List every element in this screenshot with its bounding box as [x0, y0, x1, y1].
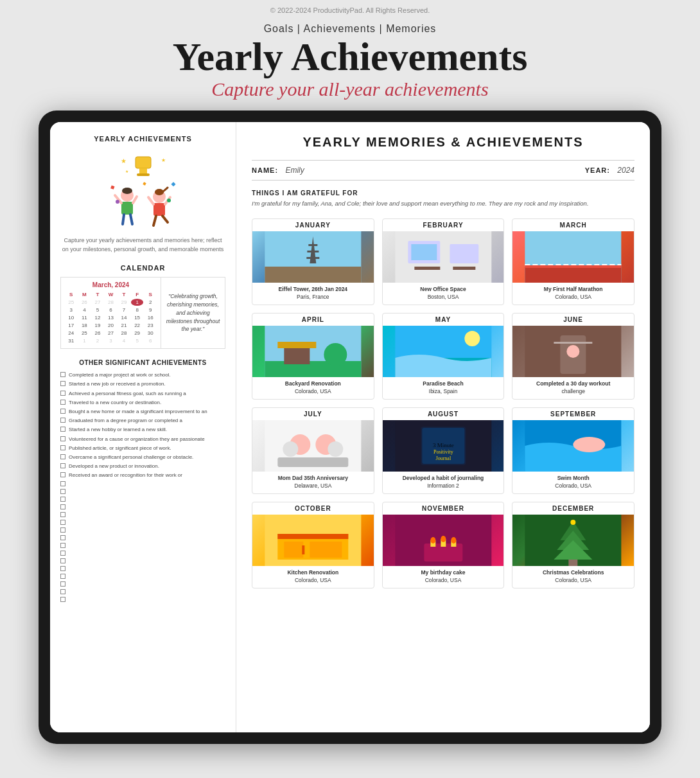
- empty-checkbox[interactable]: [60, 543, 66, 548]
- svg-rect-36: [414, 267, 440, 270]
- achievement-text: Received an award or recognition for the…: [69, 472, 182, 479]
- month-name: MAY: [383, 314, 504, 326]
- achievement-checkbox[interactable]: [60, 454, 66, 459]
- months-grid: JANUARY Eiffel Tower, 26th Jan 2024Paris…: [252, 218, 634, 588]
- month-caption-line1: Paradise Beach: [387, 380, 500, 388]
- cal-cell: 2: [91, 337, 104, 344]
- empty-checkbox[interactable]: [60, 551, 66, 556]
- cal-cell: 25: [78, 330, 91, 337]
- month-caption-line1: Backyard Renovation: [256, 380, 370, 388]
- empty-checkbox[interactable]: [60, 589, 66, 594]
- achievement-text: Started a new hobby or learned a new ski…: [69, 426, 167, 433]
- empty-checkbox[interactable]: [60, 558, 66, 563]
- empty-checkbox[interactable]: [60, 520, 66, 525]
- month-caption-line1: Mom Dad 35th Anniversary: [256, 475, 370, 482]
- month-card-november: NOVEMBER My birthday cakeColorado, USA: [382, 502, 505, 588]
- empty-checkbox[interactable]: [60, 489, 66, 494]
- svg-point-67: [573, 437, 606, 452]
- month-name: JULY: [252, 408, 374, 420]
- achievement-checkbox[interactable]: [60, 372, 66, 377]
- grateful-section: THINGS I AM GRATEFUL FOR I'm grateful fo…: [252, 190, 634, 208]
- achievement-checkbox[interactable]: [60, 409, 66, 414]
- empty-checkbox[interactable]: [60, 535, 66, 540]
- calendar-inner: March, 2024 S M T W T F S 25 26: [60, 277, 225, 349]
- cal-header-sat: S: [144, 291, 157, 298]
- cal-cell: 5: [131, 337, 144, 344]
- cal-cell: 19: [91, 322, 104, 329]
- achievement-checkbox[interactable]: [60, 391, 66, 396]
- empty-checkbox-row: [60, 596, 225, 602]
- header-section: Goals | Achievements | Memories Yearly A…: [173, 17, 528, 111]
- svg-rect-35: [450, 244, 478, 263]
- cal-cell: 1: [78, 337, 91, 344]
- achievement-checkbox[interactable]: [60, 400, 66, 405]
- tablet-screen: YEARLY ACHIEVEMENTS ★ ★ ★: [50, 122, 650, 732]
- svg-rect-43: [265, 361, 361, 377]
- left-panel: YEARLY ACHIEVEMENTS ★ ★ ★: [50, 122, 236, 732]
- empty-checkbox[interactable]: [60, 512, 66, 517]
- svg-point-53: [567, 345, 580, 358]
- month-caption-line1: Christmas Celebrations: [516, 569, 630, 577]
- svg-rect-0: [136, 157, 151, 168]
- cal-cell: 20: [105, 322, 118, 329]
- svg-point-81: [451, 537, 456, 544]
- empty-checkbox[interactable]: [60, 481, 66, 486]
- achievement-checkbox[interactable]: [60, 463, 66, 468]
- cal-header-wed: W: [105, 291, 118, 298]
- achievement-checkbox[interactable]: [60, 418, 66, 423]
- empty-checkbox[interactable]: [60, 597, 66, 602]
- svg-rect-8: [121, 202, 133, 215]
- name-value: Emily: [285, 166, 304, 175]
- cal-cell: 27: [91, 299, 104, 306]
- month-name: JUNE: [512, 314, 634, 326]
- svg-line-11: [123, 215, 124, 224]
- achievement-checkbox[interactable]: [60, 472, 66, 477]
- cal-cell: 29: [131, 330, 144, 337]
- cal-cell: 3: [65, 306, 78, 314]
- month-photo-november: [383, 515, 504, 566]
- achievement-checkbox[interactable]: [60, 436, 66, 441]
- empty-checkbox[interactable]: [60, 566, 66, 571]
- month-card-april: APRIL Backyard RenovationColorado, USA: [252, 313, 374, 400]
- svg-rect-37: [453, 267, 475, 270]
- cal-cell: 7: [118, 306, 130, 314]
- empty-checkbox-row: [60, 488, 225, 494]
- memories-title: YEARLY MEMORIES & ACHIEVEMENTS: [252, 135, 634, 150]
- year-label: YEAR:: [585, 166, 610, 174]
- svg-rect-70: [277, 534, 348, 539]
- month-caption: New Office SpaceBoston, USA: [383, 283, 504, 305]
- month-photo-january: [252, 231, 374, 283]
- svg-line-17: [148, 197, 153, 204]
- month-photo-february: [383, 231, 504, 283]
- empty-checkbox[interactable]: [60, 504, 66, 509]
- illustration-box: ★ ★ ★: [60, 150, 225, 230]
- month-caption-line1: Swim Month: [516, 475, 630, 482]
- empty-checkbox[interactable]: [60, 527, 66, 533]
- month-caption: Backyard RenovationColorado, USA: [252, 377, 374, 399]
- empty-checkbox[interactable]: [60, 581, 66, 587]
- achievement-checkbox[interactable]: [60, 445, 66, 450]
- achievement-item: Published article, or significant piece …: [60, 445, 225, 452]
- achievement-text: Achieved a personal fitness goal, such a…: [69, 390, 186, 397]
- month-caption-line1: Developed a habit of journaling: [387, 475, 500, 482]
- empty-checkbox-row: [60, 527, 225, 533]
- empty-checkbox[interactable]: [60, 497, 66, 502]
- empty-checkbox[interactable]: [60, 574, 66, 579]
- month-card-february: FEBRUARY New Office SpaceBoston, USA: [382, 218, 505, 305]
- cal-cell: 10: [65, 314, 78, 321]
- month-caption: Eiffel Tower, 26th Jan 2024Paris, France: [252, 283, 374, 305]
- achievement-item: Started a new job or received a promotio…: [60, 380, 225, 387]
- calendar-quote: "Celebrating growth, cherishing memories…: [161, 278, 225, 348]
- cal-cell: 5: [91, 306, 104, 314]
- svg-rect-22: [171, 182, 175, 186]
- month-photo-may: [383, 326, 504, 377]
- month-card-january: JANUARY Eiffel Tower, 26th Jan 2024Paris…: [252, 218, 374, 305]
- svg-rect-45: [277, 342, 316, 348]
- month-name: MARCH: [512, 219, 634, 231]
- month-name: OCTOBER: [252, 502, 374, 515]
- achievement-checkbox[interactable]: [60, 427, 66, 432]
- cal-cell: 6: [105, 306, 118, 314]
- cal-grid: S M T W T F S 25 26 27 28 29: [65, 291, 157, 344]
- achievement-checkbox[interactable]: [60, 381, 66, 386]
- achievement-item: Traveled to a new country or destination…: [60, 399, 225, 406]
